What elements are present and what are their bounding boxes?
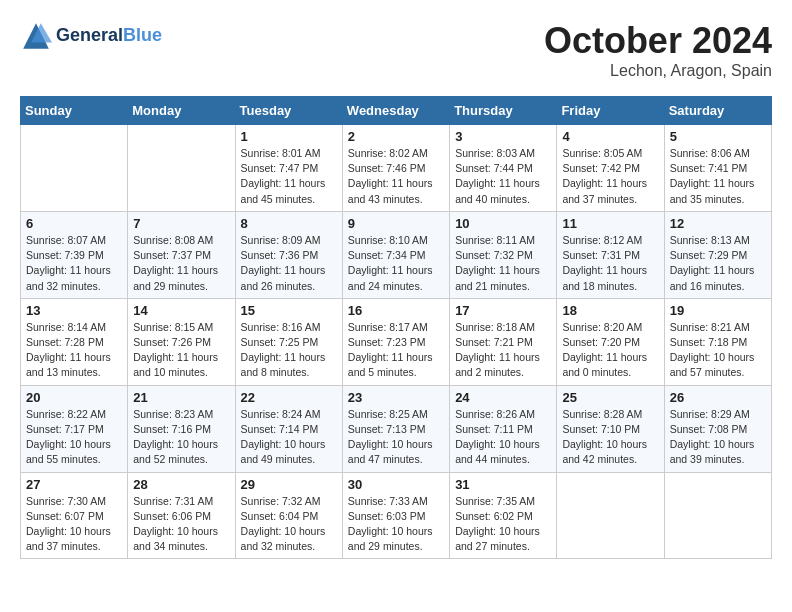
calendar-day-22: 22Sunrise: 8:24 AM Sunset: 7:14 PM Dayli…	[235, 385, 342, 472]
day-info: Sunrise: 7:33 AM Sunset: 6:03 PM Dayligh…	[348, 494, 444, 555]
calendar-day-29: 29Sunrise: 7:32 AM Sunset: 6:04 PM Dayli…	[235, 472, 342, 559]
weekday-header-thursday: Thursday	[450, 97, 557, 125]
day-info: Sunrise: 8:05 AM Sunset: 7:42 PM Dayligh…	[562, 146, 658, 207]
day-number: 22	[241, 390, 337, 405]
calendar-day-25: 25Sunrise: 8:28 AM Sunset: 7:10 PM Dayli…	[557, 385, 664, 472]
weekday-header-saturday: Saturday	[664, 97, 771, 125]
day-number: 17	[455, 303, 551, 318]
calendar-day-30: 30Sunrise: 7:33 AM Sunset: 6:03 PM Dayli…	[342, 472, 449, 559]
day-info: Sunrise: 8:25 AM Sunset: 7:13 PM Dayligh…	[348, 407, 444, 468]
day-info: Sunrise: 8:18 AM Sunset: 7:21 PM Dayligh…	[455, 320, 551, 381]
day-number: 20	[26, 390, 122, 405]
day-number: 28	[133, 477, 229, 492]
calendar-day-20: 20Sunrise: 8:22 AM Sunset: 7:17 PM Dayli…	[21, 385, 128, 472]
day-info: Sunrise: 7:30 AM Sunset: 6:07 PM Dayligh…	[26, 494, 122, 555]
calendar-day-6: 6Sunrise: 8:07 AM Sunset: 7:39 PM Daylig…	[21, 211, 128, 298]
calendar-day-13: 13Sunrise: 8:14 AM Sunset: 7:28 PM Dayli…	[21, 298, 128, 385]
calendar-day-1: 1Sunrise: 8:01 AM Sunset: 7:47 PM Daylig…	[235, 125, 342, 212]
calendar-week-row: 13Sunrise: 8:14 AM Sunset: 7:28 PM Dayli…	[21, 298, 772, 385]
calendar-day-empty	[128, 125, 235, 212]
day-number: 11	[562, 216, 658, 231]
calendar-day-3: 3Sunrise: 8:03 AM Sunset: 7:44 PM Daylig…	[450, 125, 557, 212]
day-info: Sunrise: 8:03 AM Sunset: 7:44 PM Dayligh…	[455, 146, 551, 207]
calendar-day-17: 17Sunrise: 8:18 AM Sunset: 7:21 PM Dayli…	[450, 298, 557, 385]
day-number: 14	[133, 303, 229, 318]
logo-icon	[20, 20, 52, 52]
day-info: Sunrise: 8:06 AM Sunset: 7:41 PM Dayligh…	[670, 146, 766, 207]
day-number: 4	[562, 129, 658, 144]
calendar-table: SundayMondayTuesdayWednesdayThursdayFrid…	[20, 96, 772, 559]
day-number: 15	[241, 303, 337, 318]
day-info: Sunrise: 8:02 AM Sunset: 7:46 PM Dayligh…	[348, 146, 444, 207]
day-info: Sunrise: 8:29 AM Sunset: 7:08 PM Dayligh…	[670, 407, 766, 468]
day-info: Sunrise: 8:01 AM Sunset: 7:47 PM Dayligh…	[241, 146, 337, 207]
day-info: Sunrise: 8:17 AM Sunset: 7:23 PM Dayligh…	[348, 320, 444, 381]
page-header: GeneralBlue October 2024 Lechon, Aragon,…	[20, 20, 772, 80]
day-number: 5	[670, 129, 766, 144]
calendar-day-empty	[664, 472, 771, 559]
day-info: Sunrise: 8:07 AM Sunset: 7:39 PM Dayligh…	[26, 233, 122, 294]
day-info: Sunrise: 7:35 AM Sunset: 6:02 PM Dayligh…	[455, 494, 551, 555]
day-number: 26	[670, 390, 766, 405]
day-info: Sunrise: 8:26 AM Sunset: 7:11 PM Dayligh…	[455, 407, 551, 468]
day-number: 8	[241, 216, 337, 231]
weekday-header-wednesday: Wednesday	[342, 97, 449, 125]
location: Lechon, Aragon, Spain	[544, 62, 772, 80]
calendar-day-empty	[557, 472, 664, 559]
calendar-week-row: 6Sunrise: 8:07 AM Sunset: 7:39 PM Daylig…	[21, 211, 772, 298]
calendar-day-2: 2Sunrise: 8:02 AM Sunset: 7:46 PM Daylig…	[342, 125, 449, 212]
calendar-day-23: 23Sunrise: 8:25 AM Sunset: 7:13 PM Dayli…	[342, 385, 449, 472]
calendar-day-18: 18Sunrise: 8:20 AM Sunset: 7:20 PM Dayli…	[557, 298, 664, 385]
calendar-day-26: 26Sunrise: 8:29 AM Sunset: 7:08 PM Dayli…	[664, 385, 771, 472]
day-number: 18	[562, 303, 658, 318]
calendar-day-21: 21Sunrise: 8:23 AM Sunset: 7:16 PM Dayli…	[128, 385, 235, 472]
day-number: 7	[133, 216, 229, 231]
day-number: 16	[348, 303, 444, 318]
calendar-week-row: 20Sunrise: 8:22 AM Sunset: 7:17 PM Dayli…	[21, 385, 772, 472]
day-info: Sunrise: 7:32 AM Sunset: 6:04 PM Dayligh…	[241, 494, 337, 555]
day-number: 25	[562, 390, 658, 405]
day-info: Sunrise: 8:16 AM Sunset: 7:25 PM Dayligh…	[241, 320, 337, 381]
calendar-day-28: 28Sunrise: 7:31 AM Sunset: 6:06 PM Dayli…	[128, 472, 235, 559]
calendar-day-7: 7Sunrise: 8:08 AM Sunset: 7:37 PM Daylig…	[128, 211, 235, 298]
month-title: October 2024	[544, 20, 772, 62]
day-info: Sunrise: 8:28 AM Sunset: 7:10 PM Dayligh…	[562, 407, 658, 468]
day-number: 10	[455, 216, 551, 231]
day-number: 23	[348, 390, 444, 405]
day-info: Sunrise: 8:24 AM Sunset: 7:14 PM Dayligh…	[241, 407, 337, 468]
calendar-day-31: 31Sunrise: 7:35 AM Sunset: 6:02 PM Dayli…	[450, 472, 557, 559]
day-info: Sunrise: 8:09 AM Sunset: 7:36 PM Dayligh…	[241, 233, 337, 294]
day-info: Sunrise: 8:10 AM Sunset: 7:34 PM Dayligh…	[348, 233, 444, 294]
logo-text: GeneralBlue	[56, 26, 162, 46]
calendar-week-row: 1Sunrise: 8:01 AM Sunset: 7:47 PM Daylig…	[21, 125, 772, 212]
weekday-header-row: SundayMondayTuesdayWednesdayThursdayFrid…	[21, 97, 772, 125]
calendar-day-9: 9Sunrise: 8:10 AM Sunset: 7:34 PM Daylig…	[342, 211, 449, 298]
day-number: 27	[26, 477, 122, 492]
day-number: 30	[348, 477, 444, 492]
day-info: Sunrise: 8:14 AM Sunset: 7:28 PM Dayligh…	[26, 320, 122, 381]
calendar-day-4: 4Sunrise: 8:05 AM Sunset: 7:42 PM Daylig…	[557, 125, 664, 212]
weekday-header-sunday: Sunday	[21, 97, 128, 125]
calendar-day-27: 27Sunrise: 7:30 AM Sunset: 6:07 PM Dayli…	[21, 472, 128, 559]
calendar-day-19: 19Sunrise: 8:21 AM Sunset: 7:18 PM Dayli…	[664, 298, 771, 385]
day-info: Sunrise: 8:08 AM Sunset: 7:37 PM Dayligh…	[133, 233, 229, 294]
day-number: 12	[670, 216, 766, 231]
day-number: 29	[241, 477, 337, 492]
day-info: Sunrise: 8:12 AM Sunset: 7:31 PM Dayligh…	[562, 233, 658, 294]
day-info: Sunrise: 8:15 AM Sunset: 7:26 PM Dayligh…	[133, 320, 229, 381]
day-number: 2	[348, 129, 444, 144]
day-info: Sunrise: 8:13 AM Sunset: 7:29 PM Dayligh…	[670, 233, 766, 294]
calendar-day-14: 14Sunrise: 8:15 AM Sunset: 7:26 PM Dayli…	[128, 298, 235, 385]
calendar-day-12: 12Sunrise: 8:13 AM Sunset: 7:29 PM Dayli…	[664, 211, 771, 298]
day-info: Sunrise: 8:23 AM Sunset: 7:16 PM Dayligh…	[133, 407, 229, 468]
calendar-day-10: 10Sunrise: 8:11 AM Sunset: 7:32 PM Dayli…	[450, 211, 557, 298]
calendar-week-row: 27Sunrise: 7:30 AM Sunset: 6:07 PM Dayli…	[21, 472, 772, 559]
title-block: October 2024 Lechon, Aragon, Spain	[544, 20, 772, 80]
calendar-day-16: 16Sunrise: 8:17 AM Sunset: 7:23 PM Dayli…	[342, 298, 449, 385]
day-number: 19	[670, 303, 766, 318]
calendar-day-15: 15Sunrise: 8:16 AM Sunset: 7:25 PM Dayli…	[235, 298, 342, 385]
day-number: 24	[455, 390, 551, 405]
day-info: Sunrise: 7:31 AM Sunset: 6:06 PM Dayligh…	[133, 494, 229, 555]
day-number: 21	[133, 390, 229, 405]
day-number: 3	[455, 129, 551, 144]
